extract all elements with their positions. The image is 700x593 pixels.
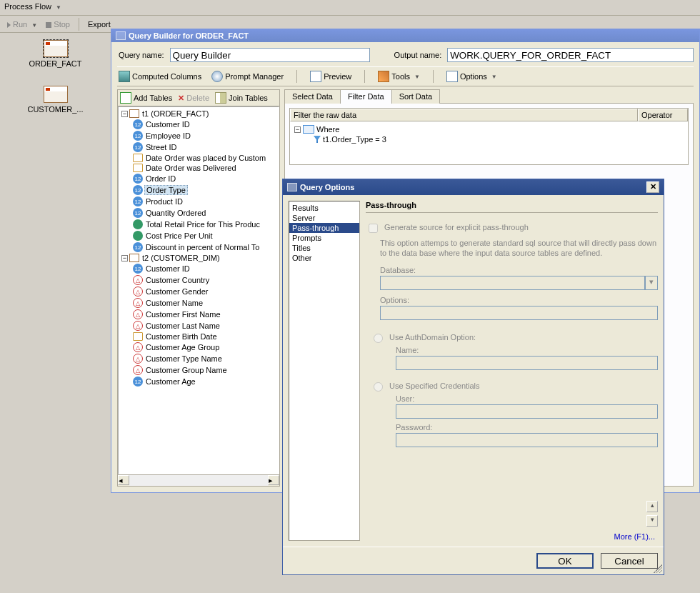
collapse-icon[interactable]: −	[121, 111, 128, 117]
nav-item-server[interactable]: Server	[289, 213, 359, 223]
tab-sort-data[interactable]: Sort Data	[391, 89, 440, 104]
table-icon	[129, 109, 139, 118]
table-icon	[129, 254, 139, 262]
dataset-order-fact[interactable]: ORDER_FACT	[7, 40, 104, 68]
column-node[interactable]: △Customer Type Name	[121, 353, 279, 364]
txt-icon: △	[133, 365, 143, 375]
date-icon	[133, 332, 143, 341]
column-node[interactable]: 12Street ID	[121, 141, 279, 153]
generate-source-checkbox[interactable]	[369, 224, 378, 233]
ok-button[interactable]: OK	[536, 553, 594, 569]
column-node[interactable]: △Customer Country	[121, 274, 279, 286]
tools-button[interactable]: Tools ▼	[378, 71, 420, 82]
v-scrollbar[interactable]: ▴ ▾	[646, 201, 658, 541]
column-node[interactable]: 12Customer ID	[121, 119, 279, 130]
table-node[interactable]: −t2 (CUSTOMER_DIM)	[121, 253, 279, 263]
scroll-right-button[interactable]: ▸	[268, 475, 279, 485]
name-label: Name:	[396, 346, 658, 354]
column-node[interactable]: 12Customer Age	[121, 376, 279, 387]
separator	[296, 70, 297, 83]
column-node[interactable]: △Customer First Name	[121, 309, 279, 320]
run-label: Run	[13, 20, 27, 29]
output-name-label: Output name:	[393, 51, 444, 59]
usecred-radio	[374, 382, 383, 392]
close-button[interactable]: ✕	[646, 181, 659, 193]
column-label: Street ID	[144, 143, 178, 151]
add-tables-button[interactable]: Add Tables	[120, 92, 172, 104]
filter-tree[interactable]: − Where t1.Order_Type = 3	[290, 121, 688, 164]
column-node[interactable]: 12Order Type	[121, 184, 279, 196]
nav-item-results[interactable]: Results	[289, 203, 359, 213]
query-name-label: Query name:	[117, 51, 166, 59]
more-help-link[interactable]: More (F1)...	[366, 532, 658, 541]
menu-process-flow[interactable]: Process Flow ▼	[4, 2, 61, 11]
run-button[interactable]: Run ▼	[4, 19, 40, 30]
dialog-title: Query Options	[300, 183, 354, 191]
column-node[interactable]: △Customer Gender	[121, 286, 279, 297]
column-node[interactable]: △Customer Age Group	[121, 342, 279, 353]
column-node[interactable]: 12Order ID	[121, 173, 279, 184]
h-scrollbar[interactable]: ◂ ▸	[118, 474, 279, 486]
tab-select-data[interactable]: Select Data	[284, 89, 341, 104]
tab-filter-data[interactable]: Filter Data	[340, 89, 392, 104]
password-label: Password:	[396, 423, 658, 432]
column-label: Date Order was Delivered	[144, 164, 238, 172]
section-heading: Pass-through	[366, 201, 658, 213]
nav-item-prompts[interactable]: Prompts	[289, 233, 359, 243]
join-tables-button[interactable]: Join Tables	[215, 92, 268, 104]
column-label: Customer Name	[144, 299, 204, 307]
column-node[interactable]: 12Discount in percent of Normal To	[121, 241, 279, 253]
nav-item-titles[interactable]: Titles	[289, 243, 359, 253]
collapse-icon[interactable]: −	[121, 255, 128, 261]
output-name-input[interactable]	[447, 48, 694, 62]
column-node[interactable]: Cost Price Per Unit	[121, 230, 279, 241]
column-node[interactable]: 12Quantity Ordered	[121, 207, 279, 219]
column-node[interactable]: △Customer Last Name	[121, 320, 279, 332]
num-icon: 12	[133, 142, 143, 152]
dialog-footer: OK Cancel	[283, 547, 664, 574]
column-node[interactable]: △Customer Name	[121, 297, 279, 309]
column-node[interactable]: 12Product ID	[121, 196, 279, 207]
resize-grip[interactable]	[654, 564, 662, 573]
num-icon: 12	[133, 119, 143, 129]
filter-header: Filter the raw data	[290, 109, 638, 121]
column-label: Product ID	[144, 197, 184, 206]
separator	[364, 70, 365, 83]
nav-item-passthrough[interactable]: Pass-through	[289, 223, 359, 233]
cancel-button[interactable]: Cancel	[601, 553, 658, 569]
dropdown-icon: ▼	[31, 22, 37, 29]
dropdown-icon: ▼	[414, 74, 420, 80]
options-button[interactable]: Options ▼	[446, 71, 497, 82]
column-node[interactable]: 12Employee ID	[121, 130, 279, 141]
column-node[interactable]: △Customer Group Name	[121, 364, 279, 376]
cur-icon	[133, 231, 143, 241]
window-titlebar: Query Builder for ORDER_FACT	[111, 29, 699, 42]
usecred-label: Use Specified Credentials	[389, 382, 480, 390]
options-nav[interactable]: ResultsServerPass-throughPromptsTitlesOt…	[289, 201, 360, 541]
computed-columns-button[interactable]: Computed Columns	[119, 71, 201, 82]
dialog-titlebar: Query Options ✕	[283, 179, 664, 195]
datasets-pane: ORDER_FACT CUSTOMER_...	[0, 33, 111, 593]
preview-button[interactable]: Preview	[310, 71, 351, 82]
dropdown-icon: ▼	[56, 4, 61, 11]
table-node[interactable]: −t1 (ORDER_FACT)	[121, 109, 279, 119]
column-node[interactable]: Customer Birth Date	[121, 332, 279, 342]
collapse-icon[interactable]: −	[294, 126, 301, 133]
btn-label: Delete	[186, 94, 209, 102]
column-node[interactable]: 12Customer ID	[121, 263, 279, 274]
export-button[interactable]: Export	[85, 19, 114, 30]
column-node[interactable]: Date Order was placed by Custom	[121, 153, 279, 163]
dataset-customer[interactable]: CUSTOMER_...	[7, 86, 104, 114]
column-node[interactable]: Date Order was Delivered	[121, 163, 279, 173]
column-node[interactable]: Total Retail Price for This Produc	[121, 219, 279, 230]
nav-item-other[interactable]: Other	[289, 253, 359, 263]
txt-icon: △	[133, 275, 143, 285]
txt-icon: △	[133, 309, 143, 319]
scroll-down-button[interactable]: ▾	[646, 515, 658, 527]
prompt-manager-button[interactable]: Prompt Manager	[211, 71, 284, 82]
scroll-left-button[interactable]: ◂	[118, 475, 129, 485]
tables-tree[interactable]: −t1 (ORDER_FACT)12Customer ID12Employee …	[119, 107, 279, 389]
query-name-input[interactable]	[170, 48, 370, 62]
table-icon	[44, 86, 68, 103]
scroll-up-button[interactable]: ▴	[646, 501, 658, 512]
